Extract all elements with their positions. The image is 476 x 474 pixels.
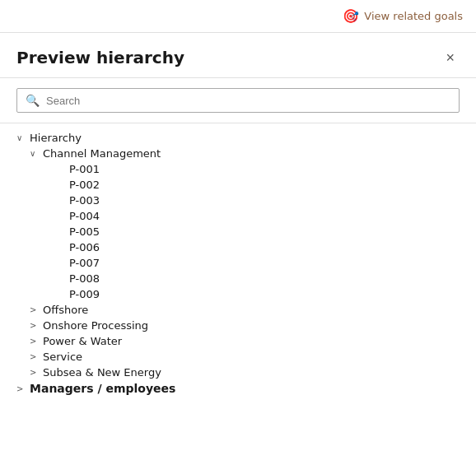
tree-node-subsea: Subsea & New Energy: [30, 365, 460, 380]
channel-management-row[interactable]: Channel Management: [30, 146, 460, 161]
power-water-label: Power & Water: [43, 335, 122, 347]
panel-header: Preview hierarchy ×: [0, 33, 476, 78]
list-item: P-004: [43, 208, 460, 224]
list-item: P-009: [43, 286, 460, 302]
close-button[interactable]: ×: [441, 49, 460, 67]
service-chevron: [30, 352, 43, 361]
view-related-goals-label: View related goals: [364, 10, 463, 22]
search-box: 🔍: [16, 88, 460, 113]
view-related-goals-link[interactable]: 🎯 View related goals: [343, 8, 463, 24]
tree-node-onshore-processing: Onshore Processing: [30, 318, 460, 333]
goal-icon: 🎯: [343, 8, 359, 24]
power-water-chevron: [30, 337, 43, 346]
subsea-label: Subsea & New Energy: [43, 366, 161, 379]
list-item: P-002: [43, 177, 460, 193]
tree-node-managers: Managers / employees: [16, 380, 460, 397]
subsea-chevron: [30, 368, 43, 377]
list-item: P-006: [43, 239, 460, 255]
top-bar: 🎯 View related goals: [0, 0, 476, 33]
managers-chevron: [16, 384, 30, 393]
service-label: Service: [43, 351, 82, 363]
onshore-processing-chevron: [30, 321, 43, 330]
list-item: P-008: [43, 271, 460, 286]
search-icon: 🔍: [26, 94, 40, 107]
managers-row[interactable]: Managers / employees: [16, 380, 460, 397]
page-title: Preview hierarchy: [16, 48, 184, 67]
channel-management-label: Channel Management: [43, 147, 161, 160]
list-item: P-005: [43, 224, 460, 239]
tree-node-channel-management: Channel Management P-001 P-002 P-003 P-0…: [30, 146, 460, 302]
channel-management-chevron: [30, 149, 43, 158]
tree-node-service: Service: [30, 349, 460, 365]
onshore-processing-label: Onshore Processing: [43, 319, 148, 332]
offshore-label: Offshore: [43, 304, 88, 316]
tree-node-power-water: Power & Water: [30, 333, 460, 349]
hierarchy-children: Channel Management P-001 P-002 P-003 P-0…: [16, 146, 460, 380]
channel-management-children: P-001 P-002 P-003 P-004 P-005 P-006 P-00…: [30, 161, 460, 302]
hierarchy-label: Hierarchy: [30, 132, 82, 144]
tree-node-offshore: Offshore: [30, 302, 460, 318]
power-water-row[interactable]: Power & Water: [30, 333, 460, 349]
hierarchy-chevron: [16, 133, 30, 142]
subsea-row[interactable]: Subsea & New Energy: [30, 365, 460, 380]
list-item: P-001: [43, 161, 460, 177]
preview-hierarchy-panel: Preview hierarchy × 🔍 Hierarchy Channel …: [0, 33, 476, 410]
tree-container: Hierarchy Channel Management P-001 P-002…: [0, 123, 476, 410]
onshore-processing-row[interactable]: Onshore Processing: [30, 318, 460, 333]
search-input[interactable]: [46, 95, 450, 107]
hierarchy-row[interactable]: Hierarchy: [16, 130, 460, 146]
service-row[interactable]: Service: [30, 349, 460, 365]
offshore-chevron: [30, 305, 43, 314]
list-item: P-007: [43, 255, 460, 271]
tree-node-hierarchy: Hierarchy Channel Management P-001 P-002…: [16, 130, 460, 380]
managers-label: Managers / employees: [30, 382, 175, 395]
search-container: 🔍: [0, 78, 476, 123]
offshore-row[interactable]: Offshore: [30, 302, 460, 318]
list-item: P-003: [43, 193, 460, 208]
